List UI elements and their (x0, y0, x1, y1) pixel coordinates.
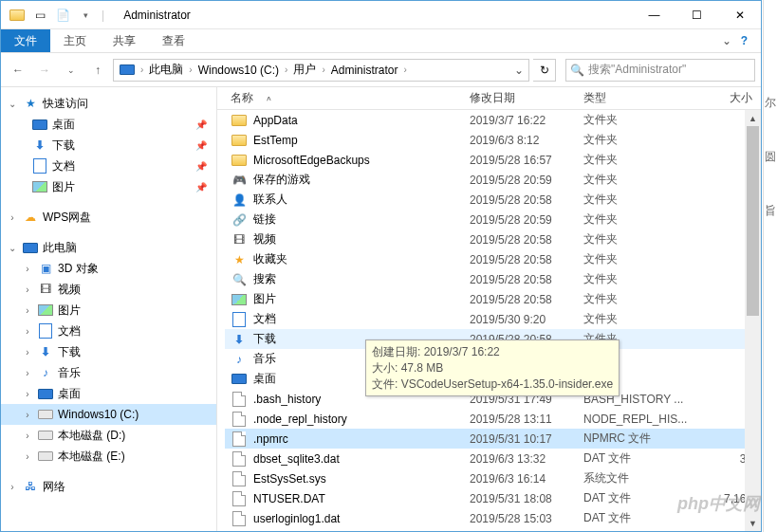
chevron-right-icon[interactable]: › (187, 64, 194, 75)
nav-cdrive[interactable]: › Windows10 (C:) (1, 404, 216, 425)
help-icon[interactable]: ? (741, 34, 748, 47)
table-row[interactable]: AppData2019/3/7 16:22文件夹 (225, 110, 761, 130)
file-date: 2019/6/3 8:12 (464, 134, 578, 147)
chevron-right-icon[interactable]: › (22, 410, 33, 420)
file-type-icon: ⬇ (231, 333, 248, 346)
table-row[interactable]: .node_repl_history2019/5/28 13:11NODE_RE… (225, 409, 761, 429)
nav-3d[interactable]: › ▣ 3D 对象 (1, 258, 216, 279)
col-header-size[interactable]: 大小 (701, 90, 758, 106)
file-type: 文件夹 (578, 132, 701, 148)
table-row[interactable]: 文档2019/5/30 9:20文件夹 (225, 309, 761, 329)
breadcrumb-seg-2[interactable]: 用户 (289, 62, 320, 78)
col-header-date[interactable]: 修改日期 (464, 90, 578, 106)
table-row[interactable]: 🔗链接2019/5/28 20:59文件夹 (225, 210, 761, 229)
chevron-down-icon[interactable]: ⌄ (7, 243, 18, 253)
nav-documents2[interactable]: › 文档 (1, 321, 216, 341)
table-row[interactable]: 图片2019/5/28 20:58文件夹 (225, 289, 761, 309)
forward-button[interactable]: → (33, 59, 56, 82)
nav-thispc[interactable]: ⌄ 此电脑 (1, 237, 216, 258)
chevron-right-icon[interactable]: › (22, 431, 33, 441)
nav-downloads2[interactable]: › ⬇ 下载 (1, 341, 216, 362)
back-button[interactable]: ← (7, 59, 29, 82)
search-input[interactable]: 🔍 搜索"Administrator" (565, 59, 755, 82)
breadcrumb-pc-icon[interactable] (116, 64, 139, 75)
chevron-down-icon[interactable]: ⌄ (7, 99, 18, 109)
ribbon-expand-icon[interactable]: ⌄ (722, 34, 731, 47)
chevron-right-icon[interactable]: › (7, 212, 18, 223)
tab-home[interactable]: 主页 (50, 29, 100, 52)
file-type-icon (231, 471, 248, 486)
file-name: EstTemp (253, 134, 298, 147)
up-button[interactable]: ↑ (86, 59, 109, 82)
chevron-right-icon[interactable]: › (22, 264, 33, 274)
refresh-button[interactable]: ↻ (533, 59, 556, 82)
tooltip-line: 大小: 47.8 MB (372, 360, 613, 376)
chevron-right-icon[interactable]: › (7, 482, 18, 492)
breadcrumb-seg-0[interactable]: 此电脑 (145, 62, 187, 78)
table-row[interactable]: ★收藏夹2019/5/28 20:58文件夹 (225, 249, 761, 269)
file-type-icon (231, 155, 248, 166)
chevron-right-icon[interactable]: › (22, 347, 33, 358)
col-header-type[interactable]: 类型 (578, 90, 701, 106)
scrollbar-vertical[interactable]: ▲ ▼ (745, 110, 761, 531)
nav-label: 快速访问 (43, 96, 88, 112)
close-button[interactable]: ✕ (718, 1, 761, 28)
nav-network[interactable]: › 🖧 网络 (1, 476, 216, 497)
nav-desktop[interactable]: 桌面 📌 (1, 114, 216, 135)
recent-dropdown[interactable]: ⌄ (60, 59, 83, 82)
tab-file[interactable]: 文件 (1, 29, 50, 52)
chevron-right-icon[interactable]: › (22, 389, 33, 399)
qat-dropdown-icon[interactable]: ▾ (75, 5, 96, 26)
nav-label: 本地磁盘 (D:) (58, 428, 125, 444)
chevron-right-icon[interactable]: › (139, 64, 145, 75)
file-type: 文件夹 (578, 192, 701, 208)
file-type-icon (231, 374, 248, 384)
nav-downloads[interactable]: ⬇ 下载 📌 (1, 135, 216, 156)
breadcrumb-seg-3[interactable]: Administrator (327, 64, 402, 77)
table-row[interactable]: 🔍搜索2019/5/28 20:58文件夹 (225, 269, 761, 289)
breadcrumb-dropdown[interactable]: ⌄ (511, 64, 527, 77)
breadcrumb-seg-1[interactable]: Windows10 (C:) (194, 64, 283, 77)
tab-view[interactable]: 查看 (149, 29, 198, 52)
chevron-right-icon[interactable]: › (22, 305, 33, 316)
qat-new-icon[interactable]: 📄 (52, 5, 73, 26)
chevron-right-icon[interactable]: › (401, 64, 408, 75)
table-row[interactable]: EstTemp2019/6/3 8:12文件夹 (225, 130, 761, 150)
tab-share[interactable]: 共享 (100, 29, 149, 52)
table-row[interactable]: 🎞视频2019/5/28 20:58文件夹 (225, 229, 761, 249)
chevron-right-icon[interactable]: › (22, 451, 33, 462)
file-list[interactable]: AppData2019/3/7 16:22文件夹EstTemp2019/6/3 … (217, 110, 761, 531)
nav-desktop2[interactable]: › 桌面 (1, 383, 216, 404)
maximize-button[interactable]: ☐ (675, 1, 718, 28)
scroll-thumb[interactable] (747, 126, 759, 316)
chevron-right-icon[interactable]: › (22, 284, 33, 295)
scroll-up-button[interactable]: ▲ (745, 110, 761, 126)
chevron-right-icon[interactable]: › (22, 326, 33, 337)
file-date: 2019/5/28 16:57 (464, 154, 578, 167)
nav-music[interactable]: › ♪ 音乐 (1, 362, 216, 383)
table-row[interactable]: 🎮保存的游戏2019/5/28 20:59文件夹 (225, 170, 761, 190)
nav-wps[interactable]: › ☁ WPS网盘 (1, 207, 216, 228)
drive-icon (37, 451, 54, 461)
table-row[interactable]: dbset_sqlite3.dat2019/6/3 13:32DAT 文件30 (225, 449, 761, 468)
nav-edrive[interactable]: › 本地磁盘 (E:) (1, 446, 216, 467)
scroll-down-button[interactable]: ▼ (745, 515, 761, 531)
nav-quick-access[interactable]: ⌄ ★ 快速访问 (1, 93, 216, 114)
nav-pictures[interactable]: 图片 📌 (1, 176, 216, 197)
nav-pictures2[interactable]: › 图片 (1, 300, 216, 321)
col-header-name[interactable]: 名称 ʌ (225, 90, 464, 106)
minimize-button[interactable]: — (633, 1, 675, 28)
chevron-right-icon[interactable]: › (320, 64, 326, 75)
nav-videos[interactable]: › 🎞 视频 (1, 279, 216, 300)
table-row[interactable]: 👤联系人2019/5/28 20:58文件夹 (225, 190, 761, 210)
qat-properties-icon[interactable]: ▭ (29, 5, 50, 26)
table-row[interactable]: MicrosoftEdgeBackups2019/5/28 16:57文件夹 (225, 150, 761, 170)
nav-ddrive[interactable]: › 本地磁盘 (D:) (1, 425, 216, 446)
breadcrumb[interactable]: › 此电脑 › Windows10 (C:) › 用户 › Administra… (113, 59, 529, 82)
chevron-right-icon[interactable]: › (283, 64, 289, 75)
nav-documents[interactable]: 文档 📌 (1, 156, 216, 176)
side-char: 旨 (765, 203, 776, 219)
table-row[interactable]: .npmrc2019/5/31 10:17NPMRC 文件1 (225, 429, 761, 449)
table-row[interactable]: EstSysSet.sys2019/6/3 16:14系统文件1 (225, 468, 761, 488)
chevron-right-icon[interactable]: › (22, 368, 33, 378)
